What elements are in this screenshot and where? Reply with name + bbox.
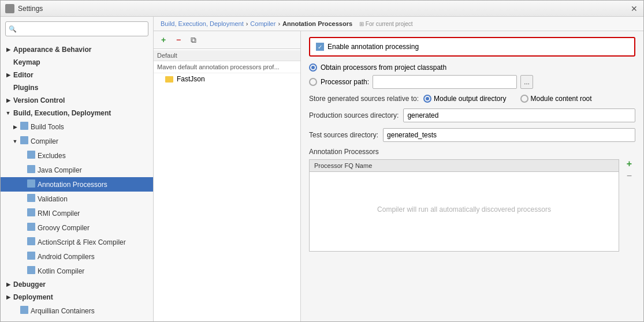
table-side-buttons: + − [627, 159, 632, 181]
right-panel: ✓ Enable annotation processing Obtain pr… [301, 31, 643, 321]
sidebar-item-build-tools[interactable]: Build Tools [1, 119, 153, 134]
svg-rect-7 [27, 223, 35, 231]
sidebar-item-rmi-compiler[interactable]: RMI Compiler [1, 206, 153, 220]
sidebar-item-label: Debugger [13, 280, 46, 289]
processor-table-wrap: Processor FQ Name Compiler will run all … [309, 159, 619, 252]
sidebar-item-debugger[interactable]: Debugger [1, 278, 153, 291]
breadcrumb-sep1: › [246, 20, 248, 27]
profile-default-header[interactable]: Default [154, 50, 300, 61]
sidebar-item-version-control[interactable]: Version Control [1, 94, 153, 107]
processor-remove-button[interactable]: − [627, 171, 632, 181]
sidebar-item-label: Plugins [13, 84, 38, 92]
source-radio-group: Obtain processors from project classpath… [309, 63, 635, 89]
sidebar-item-icon [20, 122, 28, 132]
sidebar-item-icon [27, 179, 35, 189]
sidebar-item-android-compilers[interactable]: Android Compilers [1, 249, 153, 264]
triangle-icon [5, 98, 11, 103]
triangle-icon [12, 124, 18, 130]
breadcrumb-sep2: › [278, 20, 280, 27]
processor-path-input[interactable] [373, 75, 517, 89]
sidebar-item-java-compiler[interactable]: Java Compiler [1, 163, 153, 177]
sidebar-list: Appearance & BehaviorKeymapEditorPlugins… [1, 41, 153, 321]
test-sources-input[interactable] [383, 128, 635, 142]
sidebar-item-groovy-compiler[interactable]: Groovy Compiler [1, 220, 153, 235]
profile-fastjson-label: FastJson [177, 75, 205, 83]
window-icon [5, 4, 14, 13]
obtain-label: Obtain processors from project classpath [321, 63, 446, 72]
triangle-icon [5, 110, 11, 116]
enable-annotation-checkbox-item: ✓ Enable annotation processing [316, 43, 419, 51]
search-box: 🔍 [5, 21, 148, 36]
sidebar-item-label: Version Control [13, 96, 65, 104]
processor-add-button[interactable]: + [627, 159, 632, 169]
profiles-list: Default Maven default annotation process… [154, 49, 300, 321]
sidebar-item-icon [27, 165, 35, 175]
processor-path-browse-button[interactable]: … [520, 75, 533, 89]
module-content-radio[interactable] [520, 95, 528, 103]
production-sources-row: Production sources directory: [309, 108, 635, 122]
obtain-radio[interactable] [309, 63, 317, 72]
sidebar-item-kotlin-compiler[interactable]: Kotlin Compiler [1, 264, 153, 278]
processor-empty-text: Compiler will run all automatically disc… [377, 205, 551, 214]
sidebar-item-label: Android Compilers [38, 253, 95, 261]
sidebar-item-icon [27, 252, 35, 261]
copy-profile-button[interactable]: ⧉ [187, 33, 200, 46]
test-sources-row: Test sources directory: [309, 128, 635, 142]
sidebar-item-appearance[interactable]: Appearance & Behavior [1, 43, 153, 56]
profile-fastjson-item[interactable]: FastJson [154, 73, 300, 85]
store-sources-row: Store generated sources relative to: Mod… [309, 95, 635, 103]
sidebar-item-label: Deployment [13, 293, 53, 301]
sidebar-item-arquillian[interactable]: Arquillian Containers [1, 304, 153, 318]
sidebar-item-keymap[interactable]: Keymap [1, 56, 153, 69]
sidebar-item-deployment[interactable]: Deployment [1, 291, 153, 304]
breadcrumb-compiler[interactable]: Compiler [250, 20, 276, 27]
profiles-toolbar: + − ⧉ [154, 31, 300, 49]
svg-rect-3 [27, 165, 35, 173]
svg-rect-10 [27, 266, 35, 274]
sidebar-item-label: RMI Compiler [38, 209, 80, 218]
breadcrumb-build[interactable]: Build, Execution, Deployment [161, 20, 244, 27]
annotation-processors-section-label: Annotation Processors [309, 148, 635, 156]
close-button[interactable]: ✕ [630, 4, 639, 13]
add-profile-button[interactable]: + [157, 33, 170, 46]
processor-path-radio[interactable] [309, 78, 317, 86]
sidebar-item-editor[interactable]: Editor [1, 69, 153, 81]
sidebar: 🔍 Appearance & BehaviorKeymapEditorPlugi… [1, 17, 154, 321]
sidebar-item-compiler[interactable]: Compiler [1, 134, 153, 148]
triangle-icon [5, 47, 11, 53]
sidebar-item-validation[interactable]: Validation [1, 192, 153, 206]
module-content-option: Module content root [520, 95, 592, 103]
remove-profile-button[interactable]: − [172, 33, 185, 46]
processor-path-radio-item: Processor path: … [309, 75, 635, 89]
sidebar-item-build-exec[interactable]: Build, Execution, Deployment [1, 107, 153, 119]
sidebar-item-icon [27, 208, 35, 218]
sidebar-item-actionscript-compiler[interactable]: ActionScript & Flex Compiler [1, 235, 153, 249]
production-sources-input[interactable] [403, 108, 635, 122]
triangle-icon [5, 282, 11, 287]
sidebar-item-icon [20, 306, 28, 316]
sidebar-item-icon [27, 194, 35, 204]
svg-rect-5 [27, 194, 35, 202]
search-input[interactable] [5, 21, 148, 36]
sidebar-item-excludes[interactable]: Excludes [1, 148, 153, 163]
sidebar-item-label: Java Compiler [38, 166, 82, 174]
processor-table-header: Processor FQ Name [310, 160, 619, 172]
svg-rect-4 [27, 179, 35, 188]
svg-rect-0 [20, 122, 28, 130]
triangle-icon [5, 294, 11, 300]
svg-rect-6 [27, 208, 35, 216]
processor-path-label: Processor path: [321, 78, 369, 86]
store-sources-label: Store generated sources relative to: [309, 95, 419, 103]
sidebar-item-label: Arquillian Containers [31, 307, 95, 315]
enable-annotation-box: ✓ Enable annotation processing [309, 37, 635, 57]
sidebar-item-annotation-processors[interactable]: Annotation Processors [1, 177, 153, 192]
obtain-radio-item: Obtain processors from project classpath [309, 63, 635, 72]
sidebar-item-plugins[interactable]: Plugins [1, 81, 153, 94]
sidebar-item-label: Compiler [31, 137, 58, 145]
sidebar-item-label: Build Tools [31, 123, 64, 131]
sidebar-item-label: Build, Execution, Deployment [13, 109, 111, 117]
split-content: + − ⧉ Default Maven default annotation p… [154, 31, 643, 321]
enable-annotation-checkbox[interactable]: ✓ [316, 43, 324, 51]
module-output-radio[interactable] [423, 95, 431, 103]
svg-rect-11 [20, 306, 28, 314]
